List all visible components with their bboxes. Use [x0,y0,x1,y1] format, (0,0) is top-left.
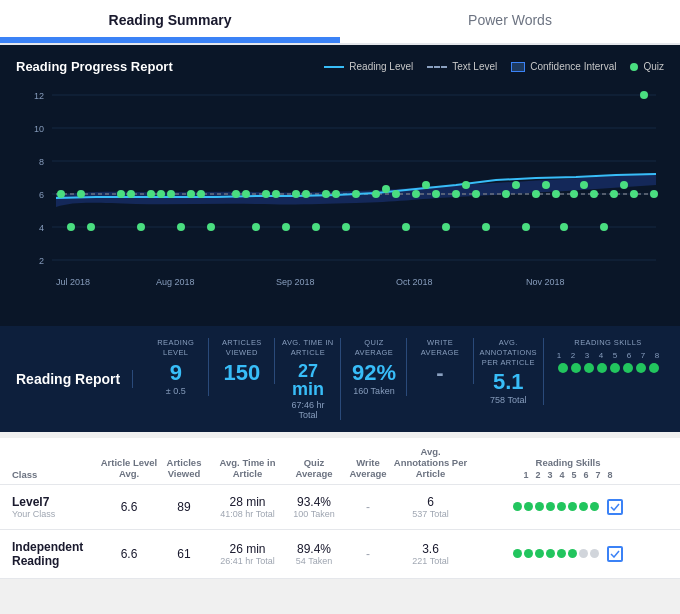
svg-point-45 [352,190,360,198]
svg-point-40 [302,190,310,198]
svg-point-49 [402,223,410,231]
svg-point-73 [650,190,658,198]
svg-point-62 [542,181,550,189]
svg-point-28 [167,190,175,198]
row2-checkbox[interactable] [607,546,623,562]
svg-point-35 [252,223,260,231]
svg-point-64 [560,223,568,231]
svg-point-67 [590,190,598,198]
svg-point-30 [187,190,195,198]
svg-point-34 [242,190,250,198]
svg-point-27 [157,190,165,198]
svg-point-56 [472,190,480,198]
svg-text:8: 8 [39,157,44,167]
svg-point-43 [332,190,340,198]
svg-point-47 [382,185,390,193]
svg-point-70 [620,181,628,189]
reading-skills-summary: Reading Skills 1 2 3 4 5 6 7 8 [544,338,664,373]
table-header: Class Article Level Avg. Articles Viewed… [0,438,680,485]
svg-point-29 [177,223,185,231]
svg-point-72 [640,91,648,99]
table-row: Level7 Your Class 6.6 89 28 min 41:08 hr… [0,485,680,530]
stat-write-average: Write Average - [407,338,473,384]
svg-point-21 [77,190,85,198]
checkmark-icon [610,550,620,558]
svg-point-22 [87,223,95,231]
svg-point-61 [532,190,540,198]
class-name: Level7 [12,495,100,509]
svg-point-54 [452,190,460,198]
svg-point-25 [137,223,145,231]
chart-title: Reading Progress Report [16,59,173,74]
svg-point-50 [412,190,420,198]
svg-point-37 [272,190,280,198]
report-section-title: Reading Report [16,370,133,388]
stat-quiz-average: Quiz Average 92% 160 Taken [341,338,407,396]
stat-articles-viewed: Articles Viewed 150 [209,338,275,384]
svg-point-41 [312,223,320,231]
svg-point-55 [462,181,470,189]
svg-text:Aug 2018: Aug 2018 [156,277,195,287]
chart-svg: 12 10 8 6 4 2 Jul 2018 Aug 2018 Sep 2018… [16,82,664,312]
chart-area: 12 10 8 6 4 2 Jul 2018 Aug 2018 Sep 2018… [16,82,664,312]
svg-text:Oct 2018: Oct 2018 [396,277,433,287]
svg-point-58 [502,190,510,198]
tab-power-words[interactable]: Power Words [340,0,680,43]
svg-text:Jul 2018: Jul 2018 [56,277,90,287]
svg-point-23 [117,190,125,198]
chart-section: Reading Progress Report Reading Level Te… [0,45,680,326]
tab-reading-summary[interactable]: Reading Summary [0,0,340,43]
table-row: Independent Reading 6.6 61 26 min 26:41 … [0,530,680,579]
svg-point-69 [610,190,618,198]
reading-report-label: Reading Report [16,371,120,387]
svg-point-66 [580,181,588,189]
svg-point-48 [392,190,400,198]
svg-point-38 [282,223,290,231]
svg-text:12: 12 [34,91,44,101]
stat-avg-annotations: Avg. Annotations Per Article 5.1 758 Tot… [474,338,544,405]
svg-point-33 [232,190,240,198]
legend-confidence-interval: Confidence Interval [511,61,616,72]
stat-reading-level: Reading Level 9 ± 0.5 [143,338,209,396]
table-section: Class Article Level Avg. Articles Viewed… [0,438,680,579]
svg-point-44 [342,223,350,231]
svg-point-42 [322,190,330,198]
svg-point-26 [147,190,155,198]
svg-text:Sep 2018: Sep 2018 [276,277,315,287]
svg-text:Nov 2018: Nov 2018 [526,277,565,287]
legend-quiz: Quiz [630,61,664,72]
svg-point-52 [432,190,440,198]
legend-text-level: Text Level [427,61,497,72]
svg-point-24 [127,190,135,198]
svg-text:10: 10 [34,124,44,134]
svg-point-19 [57,190,65,198]
stat-avg-time: Avg. Time in Article 27 min 67:46 hr Tot… [275,338,341,420]
svg-point-59 [512,181,520,189]
checkmark-icon [610,503,620,511]
class-sub: Your Class [12,509,100,519]
svg-point-71 [630,190,638,198]
svg-text:2: 2 [39,256,44,266]
svg-point-60 [522,223,530,231]
svg-point-65 [570,190,578,198]
svg-point-20 [67,223,75,231]
legend-reading-level: Reading Level [324,61,413,72]
svg-text:6: 6 [39,190,44,200]
svg-text:4: 4 [39,223,44,233]
svg-point-32 [207,223,215,231]
svg-point-36 [262,190,270,198]
row1-checkbox[interactable] [607,499,623,515]
tabs-container: Reading Summary Power Words [0,0,680,45]
svg-point-63 [552,190,560,198]
class-name: Independent Reading [12,540,100,568]
svg-point-46 [372,190,380,198]
svg-point-31 [197,190,205,198]
svg-point-39 [292,190,300,198]
reading-report-section: Reading Report Reading Level 9 ± 0.5 Art… [0,326,680,432]
svg-point-68 [600,223,608,231]
svg-point-51 [422,181,430,189]
svg-point-53 [442,223,450,231]
svg-point-57 [482,223,490,231]
